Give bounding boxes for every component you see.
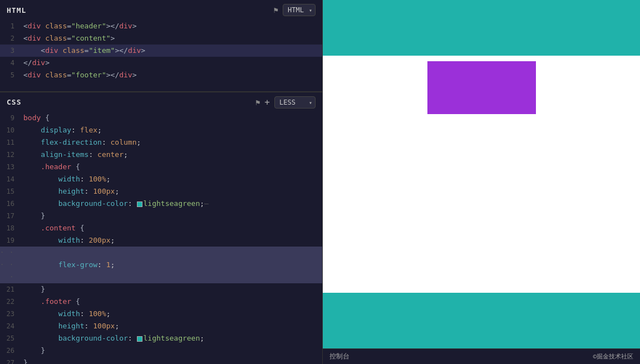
css-line-14: 14 width: 100%; [0, 173, 322, 185]
preview-header-bar [323, 0, 640, 56]
css-code-lines: 9 body { 10 display: flex; 11 flex-direc… [0, 112, 322, 364]
css-line-num-20: · · · · · [0, 247, 21, 283]
bottom-bar-label: 控制台 [329, 352, 349, 361]
css-line-content-9: body { [21, 112, 322, 124]
css-line-content-26: } [21, 345, 322, 357]
css-code-area: 9 body { 10 display: flex; 11 flex-direc… [0, 112, 322, 364]
css-filter-icon[interactable]: ⚑ [255, 98, 260, 107]
left-panel: HTML ⚑ HTML Pug 1 <div class="header"></… [0, 0, 323, 364]
css-line-content-16: background-color: lightseagreen;— [21, 198, 322, 210]
css-line-num-11: 11 [0, 136, 21, 149]
css-lang-selector-wrap: LESS SCSS CSS Stylus [274, 96, 316, 109]
css-line-num-13: 13 [0, 161, 21, 173]
bottom-bar: 控制台 ©掘金技术社区 [323, 348, 640, 364]
css-line-num-9: 9 [0, 112, 21, 124]
css-line-content-13: .header { [21, 161, 322, 173]
css-line-25: 25 background-color: lightseagreen; [0, 332, 322, 345]
line-content-4: </div> [21, 57, 322, 69]
css-lang-selector[interactable]: LESS SCSS CSS Stylus [274, 96, 316, 109]
html-section-title: HTML [7, 6, 26, 14]
css-line-11: 11 flex-direction: column; [0, 136, 322, 149]
preview-area [323, 0, 640, 348]
css-line-num-24: 24 [0, 320, 21, 332]
css-line-23: 23 width: 100%; [0, 308, 322, 320]
css-line-num-22: 22 [0, 296, 21, 308]
css-line-content-25: background-color: lightseagreen; [21, 332, 322, 345]
css-line-content-27: } [21, 357, 322, 364]
css-line-num-12: 12 [0, 149, 21, 161]
css-line-27: 27 } [0, 357, 322, 364]
line-content-1: <div class="header"></div> [21, 20, 322, 32]
line-num-1: 1 [0, 20, 21, 32]
html-header-right: ⚑ HTML Pug [274, 4, 316, 16]
css-line-num-25: 25 [0, 332, 21, 345]
css-line-content-19: width: 200px; [21, 234, 322, 247]
css-line-19: 19 width: 200px; [0, 234, 322, 247]
css-line-content-10: display: flex; [21, 124, 322, 136]
css-header-left: CSS [7, 98, 21, 106]
html-line-5: 5 <div class="footer"></div> [0, 69, 322, 81]
watermark: ©掘金技术社区 [593, 352, 633, 361]
html-section: HTML ⚑ HTML Pug 1 <div class="header"></… [0, 0, 322, 92]
css-line-num-14: 14 [0, 173, 21, 185]
css-line-num-10: 10 [0, 124, 21, 136]
css-line-num-15: 15 [0, 185, 21, 198]
css-line-16: 16 background-color: lightseagreen;— [0, 198, 322, 210]
css-line-num-26: 26 [0, 345, 21, 357]
css-line-num-23: 23 [0, 308, 21, 320]
css-line-num-19: 19 [0, 234, 21, 247]
line-num-4: 4 [0, 57, 21, 69]
css-section-header: CSS ⚑ + LESS SCSS CSS Stylus [0, 92, 322, 112]
right-panel: 控制台 ©掘金技术社区 [323, 0, 640, 364]
html-line-1: 1 <div class="header"></div> [0, 20, 322, 32]
filter-icon[interactable]: ⚑ [274, 6, 278, 14]
html-lang-selector-wrap: HTML Pug [283, 4, 316, 16]
preview-content-area [323, 56, 640, 293]
css-add-button[interactable]: + [264, 97, 270, 107]
html-lang-selector[interactable]: HTML Pug [283, 4, 316, 16]
preview-item-box [427, 61, 536, 114]
css-line-content-24: height: 100px; [21, 320, 322, 332]
line-content-2: <div class="content"> [21, 32, 322, 45]
css-line-9: 9 body { [0, 112, 322, 124]
css-line-22: 22 .footer { [0, 296, 322, 308]
css-line-content-18: .content { [21, 222, 322, 234]
css-line-content-11: flex-direction: column; [21, 136, 322, 149]
css-line-21: 21 } [0, 283, 322, 296]
css-section: CSS ⚑ + LESS SCSS CSS Stylus 9 [0, 92, 322, 364]
line-num-3: 3 [0, 45, 21, 57]
css-line-num-16: 16 [0, 198, 21, 210]
html-section-header: HTML ⚑ HTML Pug [0, 0, 322, 20]
css-line-content-15: height: 100px; [21, 185, 322, 198]
css-line-17: 17 } [0, 210, 322, 222]
css-line-content-17: } [21, 210, 322, 222]
preview-footer-bar [323, 293, 640, 348]
css-line-20: · · · · · flex-grow: 1; [0, 247, 322, 283]
css-line-content-12: align-items: center; [21, 149, 322, 161]
line-content-5: <div class="footer"></div> [21, 69, 322, 81]
html-line-2: 2 <div class="content"> [0, 32, 322, 45]
line-num-2: 2 [0, 32, 21, 45]
css-line-26: 26 } [0, 345, 322, 357]
css-line-24: 24 height: 100px; [0, 320, 322, 332]
css-line-content-20: flex-grow: 1; [21, 259, 322, 271]
line-num-5: 5 [0, 69, 21, 81]
css-line-num-17: 17 [0, 210, 21, 222]
css-section-title: CSS [7, 98, 21, 106]
line-content-3: <div class="item"></div> [21, 45, 322, 57]
css-header-right: ⚑ + LESS SCSS CSS Stylus [255, 96, 316, 109]
html-line-3: 3 <div class="item"></div> [0, 45, 322, 57]
html-line-4: 4 </div> [0, 57, 322, 69]
css-line-content-14: width: 100%; [21, 173, 322, 185]
css-line-content-21: } [21, 283, 322, 296]
css-line-12: 12 align-items: center; [0, 149, 322, 161]
css-line-num-27: 27 [0, 357, 21, 364]
html-code-lines: 1 <div class="header"></div> 2 <div clas… [0, 20, 322, 81]
css-line-18: 18 .content { [0, 222, 322, 234]
css-line-num-21: 21 [0, 283, 21, 296]
css-line-content-23: width: 100%; [21, 308, 322, 320]
css-line-13: 13 .header { [0, 161, 322, 173]
html-code-area: 1 <div class="header"></div> 2 <div clas… [0, 20, 322, 91]
css-line-content-22: .footer { [21, 296, 322, 308]
css-line-15: 15 height: 100px; [0, 185, 322, 198]
